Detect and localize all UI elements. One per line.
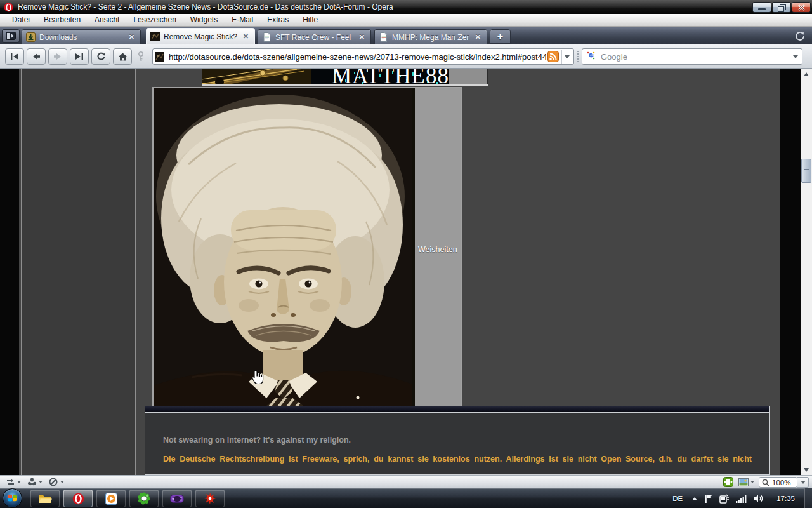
back-button[interactable] (27, 48, 46, 65)
menu-datei[interactable]: Datei (5, 14, 37, 26)
page-favicon (379, 32, 388, 42)
grip-icon (804, 169, 809, 174)
taskbar-clock[interactable]: 17:35 (776, 495, 795, 502)
tab-close-icon[interactable]: ✕ (473, 33, 483, 41)
fit-width-button[interactable] (723, 477, 733, 487)
reload-button[interactable] (91, 48, 110, 65)
icq-flower-icon (138, 492, 150, 505)
close-button[interactable] (792, 2, 811, 13)
tab-sft-race-crew[interactable]: SFT Race Crew - Feel t... ✕ (258, 29, 371, 44)
menu-ansicht[interactable]: Ansicht (88, 14, 126, 26)
forward-button[interactable] (48, 48, 67, 65)
zoom-dropdown-button[interactable] (797, 477, 809, 488)
rss-feed-icon[interactable] (547, 51, 559, 62)
language-indicator[interactable]: DE (672, 495, 683, 502)
fast-forward-button[interactable] (70, 48, 89, 65)
closed-tabs-button[interactable] (792, 30, 808, 43)
gamepad-icon (170, 494, 184, 504)
title-bar[interactable]: Remove Magic Stick? - Seite 2 - Allgemei… (0, 0, 812, 14)
signature-quotes-box: Not swearing on internet? It's against m… (145, 406, 770, 475)
close-icon (798, 4, 805, 11)
restore-button[interactable] (772, 2, 791, 13)
panels-icon (6, 32, 16, 40)
reload-icon (96, 52, 106, 61)
scroll-down-button[interactable] (801, 464, 812, 475)
url-input[interactable] (167, 51, 547, 62)
banner-side-box (449, 69, 488, 84)
url-dropdown-button[interactable] (561, 50, 572, 64)
turbo-button[interactable] (27, 477, 43, 487)
key-icon (138, 51, 144, 62)
mouse-cursor-hand (251, 370, 264, 385)
taskbar-explorer-button[interactable] (30, 490, 60, 507)
status-bar: 100% (0, 475, 812, 488)
tab-close-icon[interactable]: ✕ (241, 32, 251, 41)
arrow-down-icon (804, 468, 809, 472)
forum-sidebar-column (21, 69, 136, 475)
tab-mmhp-mega-man[interactable]: MMHP: Mega Man Zer... ✕ (374, 29, 487, 44)
tab-label: MMHP: Mega Man Zer... (392, 33, 469, 42)
fast-forward-icon (75, 53, 84, 60)
taskbar-emulator-button[interactable] (162, 490, 192, 507)
chevron-down-icon (750, 481, 754, 483)
taskbar-media-player-button[interactable] (96, 490, 126, 507)
scrollbar-thumb[interactable] (801, 159, 811, 183)
minimize-icon (758, 8, 766, 10)
content-block-button[interactable] (48, 477, 64, 487)
image-toggle-button[interactable] (738, 477, 754, 487)
zoom-control[interactable]: 100% (759, 477, 809, 488)
menu-email[interactable]: E-Mail (225, 14, 260, 26)
menu-lesezeichen[interactable]: Lesezeichen (126, 14, 183, 26)
menu-hilfe[interactable]: Hilfe (296, 14, 325, 26)
network-signal-button[interactable] (736, 495, 747, 503)
scroll-up-button[interactable] (801, 69, 812, 79)
new-tab-button[interactable]: + (490, 29, 511, 44)
panel-toggle-button[interactable] (2, 29, 20, 43)
security-key-button[interactable] (134, 50, 147, 63)
transfers-button[interactable] (5, 477, 21, 487)
toolbar-separator (577, 51, 579, 62)
windows-flag-icon (7, 493, 18, 504)
weisheiten-link[interactable]: Weisheiten (418, 245, 457, 254)
tab-close-icon[interactable]: ✕ (127, 33, 136, 41)
menu-widgets[interactable]: Widgets (183, 14, 225, 26)
quote-english: Not swearing on internet? It's against m… (163, 436, 752, 444)
menu-extras[interactable]: Extras (260, 14, 296, 26)
page-scrollbar[interactable] (801, 69, 812, 475)
search-field[interactable] (582, 48, 802, 65)
search-input[interactable] (599, 51, 793, 62)
home-button[interactable] (113, 48, 132, 65)
flag-icon (704, 494, 713, 504)
opera-logo-icon (4, 3, 13, 12)
tab-close-icon[interactable]: ✕ (357, 33, 367, 41)
red-splat-icon (204, 492, 216, 505)
start-button[interactable] (3, 488, 22, 508)
rewind-button[interactable] (5, 48, 24, 65)
menu-bearbeiten[interactable]: Bearbeiten (37, 14, 88, 26)
zoom-level: 100% (772, 479, 790, 486)
show-desktop-button[interactable] (804, 488, 812, 508)
taskbar-opera-button[interactable] (63, 490, 93, 507)
taskbar-game-button[interactable] (195, 490, 225, 507)
tab-remove-magic-stick[interactable]: Remove Magic Stick? -... ✕ (146, 28, 255, 44)
transfers-icon (5, 477, 15, 487)
taskbar-icq-button[interactable] (129, 490, 159, 507)
site-favicon (155, 52, 164, 62)
power-plug-button[interactable] (719, 494, 730, 504)
opera-icon (72, 493, 84, 505)
volume-button[interactable] (753, 494, 764, 503)
chevron-down-icon (39, 481, 43, 483)
tab-downloads-panel[interactable]: Downloads ✕ (22, 29, 141, 44)
search-dropdown-icon[interactable] (793, 55, 798, 58)
signature-box-header (145, 406, 769, 413)
images-icon (738, 477, 749, 487)
show-hidden-icons-button[interactable] (691, 497, 698, 501)
google-icon (586, 51, 596, 63)
address-field[interactable] (152, 48, 574, 65)
back-icon (32, 53, 41, 60)
action-center-button[interactable] (704, 494, 713, 504)
chevron-down-icon (565, 55, 570, 58)
signature-image-frame: Weisheiten (152, 87, 462, 407)
system-tray: DE 17:35 (672, 488, 812, 508)
minimize-button[interactable] (752, 2, 771, 13)
